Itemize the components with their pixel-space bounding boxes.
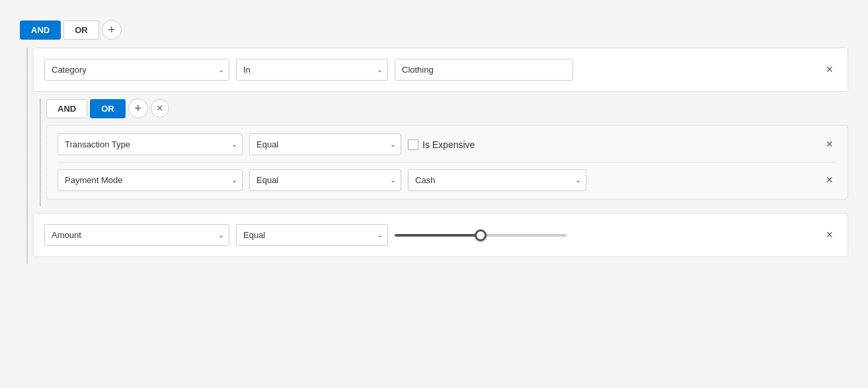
close-button-4[interactable]: × (822, 227, 837, 243)
field-select-wrapper-2: Transaction Type ⌄ (58, 134, 243, 155)
close-icon-4: × (826, 228, 833, 241)
inner-close-group-icon: × (157, 102, 163, 114)
close-icon-3: × (826, 173, 833, 186)
operator-select-2[interactable]: Equal (249, 134, 401, 155)
inner-group-content: AND OR + × (46, 98, 848, 206)
operator-select-wrapper-4: Equal ⌄ (236, 224, 388, 246)
or-subgroup-container: AND OR + × (33, 98, 848, 206)
operator-select-wrapper-3: Equal ⌄ (249, 169, 401, 191)
inner-close-group-button[interactable]: × (151, 99, 169, 118)
field-select-wrapper-3: Payment Mode ⌄ (58, 169, 243, 191)
close-button-2[interactable]: × (822, 136, 837, 153)
inner-logic-row: AND OR + × (46, 98, 848, 118)
close-button-3[interactable]: × (822, 172, 837, 188)
inner-add-button[interactable]: + (128, 98, 148, 118)
field-select-wrapper-4: Amount ⌄ (44, 224, 229, 246)
operator-select-3[interactable]: Equal (249, 169, 401, 191)
field-select-1[interactable]: Category (44, 59, 229, 81)
top-or-button[interactable]: OR (63, 20, 99, 40)
condition-row-4: Amount ⌄ Equal ⌄ × (44, 224, 837, 246)
top-and-button[interactable]: AND (20, 20, 61, 40)
top-logic-row: AND OR + (20, 20, 848, 40)
operator-select-4[interactable]: Equal (236, 224, 388, 246)
condition-card-1: Category ⌄ In ⌄ × (33, 48, 848, 92)
filter-builder: AND OR + Category ⌄ In (13, 13, 855, 277)
field-select-3[interactable]: Payment Mode (58, 169, 243, 191)
value-select-wrapper-3: Cash ⌄ (408, 169, 586, 191)
field-select-2[interactable]: Transaction Type (58, 134, 243, 155)
field-select-wrapper-1: Category ⌄ (44, 59, 229, 81)
outer-vertical-line (26, 48, 28, 264)
operator-select-wrapper-2: Equal ⌄ (249, 134, 401, 155)
is-expensive-checkbox[interactable] (408, 139, 418, 150)
operator-select-wrapper-1: In ⌄ (236, 59, 388, 81)
condition-row-2: Transaction Type ⌄ Equal ⌄ (58, 134, 837, 155)
value-input-1[interactable] (395, 59, 573, 81)
value-select-3[interactable]: Cash (408, 169, 586, 191)
checkbox-wrapper: Is Expensive (408, 139, 815, 150)
outer-group: Category ⌄ In ⌄ × (20, 48, 848, 264)
inner-plus-icon: + (134, 102, 141, 116)
or-group-card: Transaction Type ⌄ Equal ⌄ (46, 125, 848, 200)
inner-and-button[interactable]: AND (46, 99, 87, 118)
condition-card-4: Amount ⌄ Equal ⌄ × (33, 213, 848, 257)
field-select-4[interactable]: Amount (44, 224, 229, 246)
inner-or-button[interactable]: OR (90, 99, 126, 118)
slider-container (395, 234, 815, 237)
inner-vertical-line (40, 98, 41, 206)
condition-divider (58, 162, 837, 163)
close-icon-1: × (826, 63, 833, 76)
condition-row-3: Payment Mode ⌄ Equal ⌄ (58, 169, 837, 191)
condition-row-1: Category ⌄ In ⌄ × (44, 59, 837, 81)
outer-group-content: Category ⌄ In ⌄ × (33, 48, 848, 264)
is-expensive-label: Is Expensive (422, 139, 475, 150)
close-button-1[interactable]: × (822, 61, 837, 78)
amount-slider[interactable] (395, 234, 567, 237)
close-icon-2: × (826, 137, 833, 151)
plus-icon: + (108, 23, 115, 37)
top-add-button[interactable]: + (102, 20, 122, 40)
operator-select-1[interactable]: In (236, 59, 388, 81)
